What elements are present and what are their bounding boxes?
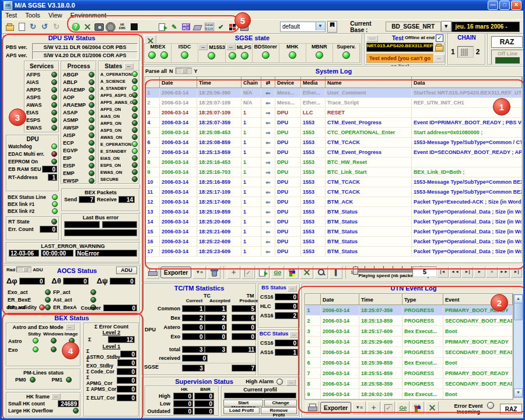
menu-tools[interactable]: Tools [25, 12, 40, 19]
utn-col-event[interactable]: Event [443, 295, 513, 305]
change-button[interactable]: Change [264, 400, 297, 407]
tools-icon-button[interactable] [300, 266, 313, 279]
table-row[interactable]: 162006-03-1418:25:22-6091⇐DPU1553BTM_Sta… [146, 237, 522, 247]
table-row[interactable]: 72006-03-1418:25:51-859PROGRESSPRIMARY_B… [306, 368, 513, 379]
print-icon-button[interactable] [146, 266, 159, 279]
chain-slider[interactable] [457, 46, 474, 58]
check-icon-button[interactable]: ✓ [382, 401, 395, 414]
menu-view[interactable]: View [48, 12, 62, 19]
table-row[interactable]: 122006-03-1418:25:17-6091⇐DPU1553BTM_ACK… [146, 197, 522, 207]
maximize-button[interactable]: □ [499, 1, 510, 10]
utn-col-time[interactable]: Time [359, 295, 402, 305]
table-row[interactable]: 102006-03-1418:25:16-8591⇐DPU1553CTM_TCA… [146, 177, 522, 187]
bcc-more-button[interactable]: ... [289, 331, 299, 338]
table-row[interactable]: 172006-03-1418:25:23-6091⇐DPU1553BTM_Sta… [146, 247, 522, 257]
table-row[interactable]: 62006-03-1418:25:08-8591⇐DPU1553CTM_TCAC… [146, 138, 522, 148]
utn-col-num[interactable] [306, 295, 321, 305]
tools-icon-button[interactable] [425, 401, 439, 414]
menu-environment[interactable]: Environment [71, 12, 107, 19]
table-row[interactable]: 42006-03-1418:25:07-3591⇐DPU1553CTM_Even… [146, 118, 522, 128]
current-base-dropdown-button[interactable]: ▼ [441, 21, 452, 32]
states-more-button[interactable]: ... [124, 63, 134, 69]
table-row[interactable]: 92006-03-1418:26:02-109Bex Execut...Boot [306, 389, 513, 400]
table-row[interactable]: 112006-03-1418:25:17-1091⇐DPU1553CTM_TCA… [146, 187, 522, 197]
scroll-down-button[interactable]: ▼ [514, 388, 523, 397]
go-icon-button[interactable]: Go [396, 401, 410, 414]
help-icon[interactable]: ? [70, 22, 81, 32]
close-button[interactable]: ✕ [511, 1, 522, 10]
table-row[interactable]: 22006-03-1418:25:07-109N/A⇐Mess...Ether.… [146, 98, 522, 108]
table-row[interactable]: 32006-03-1418:25:17-609Bex Execut...Boot [306, 326, 513, 337]
exporter-button[interactable]: Exporter [320, 402, 351, 414]
playback-ffwd-button[interactable]: ►► [498, 267, 510, 278]
tools-icon[interactable] [82, 22, 93, 32]
syslog-col-time[interactable]: Time [197, 78, 242, 88]
calc-icon[interactable] [239, 22, 250, 32]
table-row[interactable]: 152006-03-1418:25:21-6091⇐DPU1553BTM_Sta… [146, 227, 522, 237]
m1553-more-button[interactable]: ... [198, 44, 208, 50]
scroll-thumb[interactable] [514, 303, 523, 320]
trash-icon-button[interactable] [207, 266, 220, 279]
scroll-up-button[interactable]: ▲ [514, 295, 523, 303]
eraser-icon[interactable] [192, 22, 203, 32]
syslog-col-date[interactable]: Date [160, 78, 197, 88]
table-row[interactable]: 22006-03-1418:25:13-859PROGRESSSECONDARY… [306, 316, 513, 326]
check-icon-button[interactable]: ✓ [242, 266, 255, 279]
raz-button[interactable]: RAZ [491, 36, 523, 48]
playback-last-button[interactable]: ►| [510, 267, 522, 278]
sheet-icon[interactable] [157, 22, 168, 32]
save-preset-button[interactable]: 🖪 [327, 21, 338, 33]
sync-off-icon[interactable]: ↻ [51, 22, 62, 32]
table-row[interactable]: 82006-03-1418:25:58-359PROGRESSSECONDARY… [306, 379, 513, 389]
syslog-col-media[interactable]: Media [301, 78, 326, 88]
table-row[interactable]: 142006-03-1418:25:20-6091⇐DPU1553BTM_Sta… [146, 217, 522, 227]
open-folder-icon[interactable] [4, 22, 15, 32]
checkpen-icon[interactable]: ✔ [215, 22, 226, 32]
exporter-button[interactable]: Exporter [160, 267, 191, 278]
start-monitoring-button[interactable]: Start Monitoring [223, 400, 263, 407]
offline-at-end-checkbox[interactable]: ✓ [436, 34, 443, 42]
bin-icon[interactable]: 1010 0110 [204, 22, 215, 32]
load-profil-button[interactable]: Load Profil [223, 407, 260, 414]
menu-test[interactable]: Test [5, 12, 17, 19]
pkt-icon[interactable]: PKT PCT [180, 22, 191, 32]
test-status-more-button[interactable]: ... [433, 54, 444, 62]
table-row[interactable]: 72006-03-1418:25:13-8591⇐DPU1553CTM_Even… [146, 148, 522, 158]
adu-button[interactable]: ADU [116, 267, 137, 274]
hk-frame-more-button[interactable]: ... [51, 393, 61, 400]
rad-adu-slider[interactable] [16, 267, 32, 272]
hkems-icon[interactable]: HK EMS [117, 22, 128, 32]
playback-rew-button[interactable]: ◄◄ [449, 267, 461, 278]
mlps-more-button[interactable]: ... [226, 44, 236, 50]
sheet-icon-button[interactable] [256, 266, 270, 279]
astro-exo-more-button[interactable]: ... [65, 324, 75, 330]
remove-profil-button[interactable]: Remove Profil [261, 407, 297, 414]
filter-icon-button[interactable]: ▼= [192, 266, 206, 279]
test-mini-button[interactable]: TEST [366, 35, 378, 42]
clr-icon-button[interactable] [285, 266, 299, 279]
sync-icon[interactable]: ↺ [39, 22, 50, 32]
wheel-icon[interactable] [105, 22, 116, 32]
utn-col-date[interactable]: Date [321, 295, 359, 305]
utn-scrollbar[interactable]: ▲ ▼ [513, 294, 523, 398]
speed-spinner[interactable]: 5 [412, 267, 437, 277]
minimize-button[interactable]: — [488, 1, 498, 10]
utn-table[interactable]: DateTimeTypeEvent 12006-03-1418:25:07-35… [304, 293, 513, 400]
high-alarm-more-button[interactable]: ... [286, 379, 296, 386]
filter-icon-button[interactable]: ▼= [352, 401, 366, 414]
redgrid-icon[interactable] [227, 22, 238, 32]
syslog-col-device[interactable]: Device [275, 78, 301, 88]
utn-raz-button[interactable]: RAZ [500, 404, 522, 414]
camera-icon[interactable] [93, 22, 104, 32]
clr-icon-button[interactable] [411, 401, 424, 414]
blacksq-icon[interactable] [128, 22, 139, 32]
playback-first-button[interactable]: |◄ [437, 267, 449, 278]
syslog-col-[interactable]: ⇄ [261, 78, 275, 88]
print-icon-button[interactable] [306, 401, 319, 414]
table-row[interactable]: 62006-03-1418:25:39-859Bex Execut...Boot [306, 358, 513, 368]
new-page-icon[interactable] [16, 22, 27, 32]
preset-select[interactable]: default ▼ [280, 22, 326, 32]
syslog-col-name[interactable]: Name [326, 78, 412, 88]
utn-col-type[interactable]: Type [402, 295, 443, 305]
go-icon-button[interactable]: Go [271, 266, 284, 279]
